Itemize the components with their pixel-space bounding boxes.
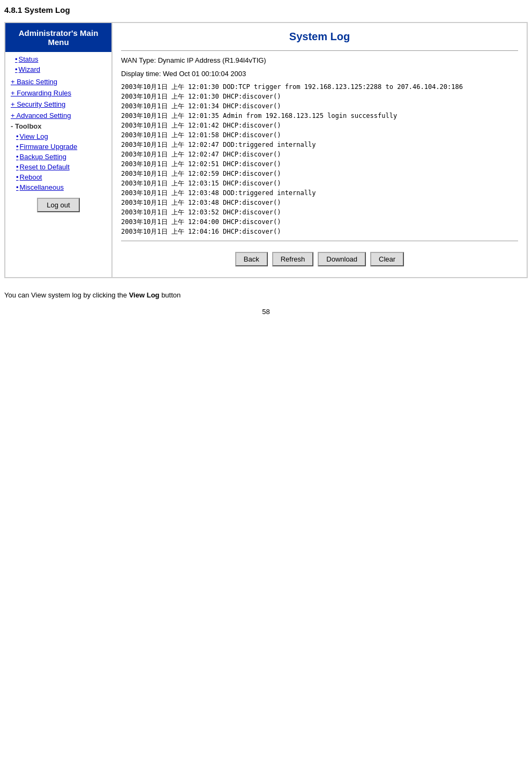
log-line: 2003年10月1日 上午 12:01:42 DHCP:discover() xyxy=(121,121,518,130)
sidebar-item-advanced-setting[interactable]: + Advanced Setting xyxy=(5,109,111,121)
log-line: 2003年10月1日 上午 12:02:47 DHCP:discover() xyxy=(121,150,518,159)
sidebar-title: Administrator's Main Menu xyxy=(5,23,111,52)
content-title: System Log xyxy=(121,23,518,48)
log-line: 2003年10月1日 上午 12:04:00 DHCP:discover() xyxy=(121,217,518,227)
sidebar-item-forwarding-rules[interactable]: + Forwarding Rules xyxy=(5,87,111,98)
sidebar-item-reboot[interactable]: •Reboot xyxy=(5,172,111,182)
log-line: 2003年10月1日 上午 12:03:15 DHCP:discover() xyxy=(121,178,518,188)
sidebar-item-view-log[interactable]: •View Log xyxy=(5,131,111,141)
sidebar-item-firmware-upgrade[interactable]: •Firmware Upgrade xyxy=(5,141,111,152)
page-heading: 4.8.1 System Log xyxy=(0,0,532,19)
bottom-divider xyxy=(121,241,518,241)
log-line: 2003年10月1日 上午 12:02:47 DOD:triggered int… xyxy=(121,140,518,150)
log-line: 2003年10月1日 上午 12:04:16 DHCP:discover() xyxy=(121,227,518,236)
log-line: 2003年10月1日 上午 12:01:30 DOD:TCP trigger f… xyxy=(121,82,518,92)
sidebar-item-backup-setting[interactable]: •Backup Setting xyxy=(5,152,111,162)
footer-text: You can View system log by clicking the … xyxy=(0,281,532,303)
top-divider xyxy=(121,50,518,51)
refresh-button[interactable]: Refresh xyxy=(272,252,314,266)
logout-button[interactable]: Log out xyxy=(37,198,79,212)
sidebar-item-security-setting[interactable]: + Security Setting xyxy=(5,98,111,109)
log-line: 2003年10月1日 上午 12:01:34 DHCP:discover() xyxy=(121,101,518,111)
log-line: 2003年10月1日 上午 12:03:48 DOD:triggered int… xyxy=(121,188,518,198)
wan-info: WAN Type: Dynamic IP Address (R1.94l4vTI… xyxy=(121,53,518,66)
main-content: System Log WAN Type: Dynamic IP Address … xyxy=(113,23,527,277)
log-line: 2003年10月1日 上午 12:03:52 DHCP:discover() xyxy=(121,207,518,217)
back-button[interactable]: Back xyxy=(235,252,268,266)
log-line: 2003年10月1日 上午 12:02:59 DHCP:discover() xyxy=(121,169,518,178)
logout-area: Log out xyxy=(5,192,111,218)
clear-button[interactable]: Clear xyxy=(370,252,404,266)
sidebar: Administrator's Main Menu •Status •Wizar… xyxy=(5,23,113,277)
page-number: 58 xyxy=(0,303,532,320)
sidebar-item-reset-to-default[interactable]: •Reset to Default xyxy=(5,162,111,172)
download-button[interactable]: Download xyxy=(318,252,366,266)
sidebar-item-basic-setting[interactable]: + Basic Setting xyxy=(5,76,111,87)
sidebar-toolbox-label: - Toolbox xyxy=(5,121,111,131)
log-line: 2003年10月1日 上午 12:01:58 DHCP:discover() xyxy=(121,130,518,140)
button-row: Back Refresh Download Clear xyxy=(121,243,518,269)
footer-bold: View Log xyxy=(129,291,160,299)
log-line: 2003年10月1日 上午 12:01:30 DHCP:discover() xyxy=(121,92,518,101)
sidebar-item-wizard[interactable]: •Wizard xyxy=(5,64,111,74)
sidebar-top-links: •Status •Wizard xyxy=(5,52,111,76)
sidebar-item-miscellaneous[interactable]: •Miscellaneous xyxy=(5,182,111,192)
log-line: 2003年10月1日 上午 12:01:35 Admin from 192.16… xyxy=(121,111,518,121)
log-line: 2003年10月1日 上午 12:03:48 DHCP:discover() xyxy=(121,198,518,207)
log-box: 2003年10月1日 上午 12:01:30 DOD:TCP trigger f… xyxy=(121,80,518,239)
log-line: 2003年10月1日 上午 12:02:51 DHCP:discover() xyxy=(121,159,518,169)
sidebar-item-status[interactable]: •Status xyxy=(5,54,111,64)
display-time: Display time: Wed Oct 01 00:10:04 2003 xyxy=(121,66,518,80)
main-layout: Administrator's Main Menu •Status •Wizar… xyxy=(4,22,528,278)
